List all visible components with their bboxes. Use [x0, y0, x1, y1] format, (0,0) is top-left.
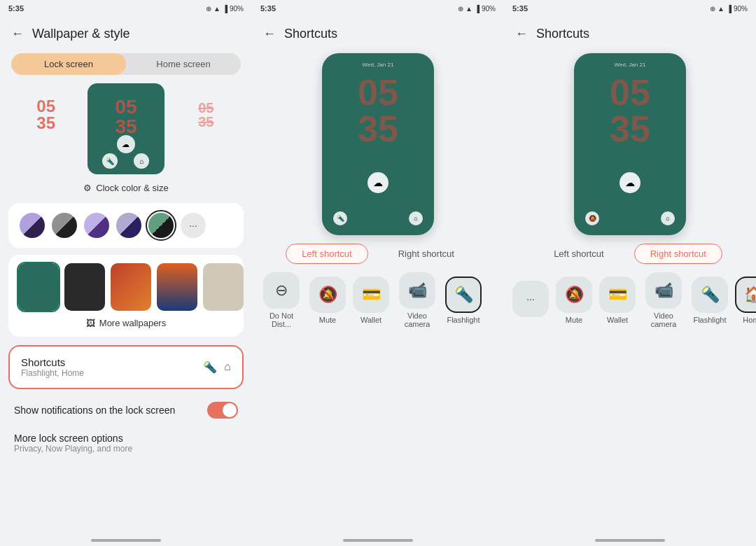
wallpaper-thumbs-card: 🖼 More wallpapers [8, 255, 244, 337]
sc-option-mute[interactable]: 🔕 Mute [309, 276, 346, 324]
flashlight-icon-3: 🔦 [692, 276, 728, 313]
battery-icon: ▐ [223, 5, 227, 13]
wp-flashlight-icon: 🔦 [102, 153, 118, 169]
panel-shortcuts-right: 5:35 ⊕ ▲ ▐ 90% ← Shortcuts Wed, Jan 21 0… [504, 0, 756, 546]
phone-fp-2: ☁ [368, 172, 388, 193]
sc-option-flashlight[interactable]: 🔦 Flashlight [445, 276, 482, 324]
flashlight-icon-shortcut: 🔦 [203, 360, 217, 374]
wallpaper-title: Wallpaper & style [32, 27, 130, 41]
wp-fingerprint-icon: ☁ [117, 135, 135, 153]
signal-icon-2: ▲ [465, 5, 472, 13]
video-label: Video camera [396, 312, 438, 328]
wallpaper-thumb-2[interactable] [64, 263, 105, 311]
more-lock-row[interactable]: More lock screen options Privacy, Now Pl… [0, 427, 252, 456]
tab-left-shortcut-3[interactable]: Left shortcut [538, 244, 620, 264]
back-button-2[interactable]: ← [263, 27, 276, 41]
shortcuts-title-2: Shortcuts [284, 27, 337, 41]
tab-right-shortcut-3[interactable]: Right shortcut [634, 244, 722, 264]
sc-option-video-3[interactable]: 📹 Video camera [643, 272, 685, 328]
pink-time-preview-right: 0535 [178, 83, 234, 146]
panel-wallpaper-style: 5:35 ⊕ ▲ ▐ 90% ← Wallpaper & style Lock … [0, 0, 252, 546]
wallpaper-thumbs-row [18, 263, 234, 311]
wallpaper-thumb-5[interactable] [203, 263, 244, 311]
phone-time-3: 0535 [574, 74, 686, 147]
tab-right-shortcut-2[interactable]: Right shortcut [382, 244, 470, 264]
wallpaper-header: ← Wallpaper & style [0, 17, 252, 50]
phone-left-shortcut-2: 🔦 [333, 211, 347, 225]
status-icons-1: ⊕ ▲ ▐ 90% [206, 5, 244, 13]
more-wallpapers-row[interactable]: 🖼 More wallpapers [18, 318, 234, 328]
bottom-bar-2 [252, 334, 504, 546]
sc-option-flashlight-3[interactable]: 🔦 Flashlight [692, 276, 728, 324]
color-option-3[interactable] [84, 213, 109, 238]
image-icon: 🖼 [86, 318, 95, 328]
wp-home-icon: ⌂ [134, 153, 149, 169]
sc-options-row-3: ··· 🔕 Mute 💳 Wallet 📹 Video camera 🔦 Fla… [504, 270, 756, 334]
more-colors-button[interactable]: ··· [181, 213, 206, 238]
main-wallpaper-preview[interactable]: 0535 ☁ 🔦 ⌂ [88, 83, 164, 174]
color-option-4[interactable] [116, 213, 141, 238]
color-option-1[interactable] [20, 213, 45, 238]
status-time-2: 5:35 [260, 4, 276, 13]
mute-icon-3: 🔕 [556, 276, 592, 313]
bottom-bar-1 [0, 456, 252, 546]
tab-left-shortcut-2[interactable]: Left shortcut [286, 244, 368, 264]
sc-option-ellipsis[interactable]: ··· [512, 281, 549, 320]
tab-home-screen[interactable]: Home screen [126, 53, 241, 75]
clock-color-label: Clock color & size [96, 183, 168, 193]
sc-option-home[interactable]: 🏠 Home [735, 276, 756, 324]
panel-shortcuts-left: 5:35 ⊕ ▲ ▐ 90% ← Shortcuts Wed, Jan 21 0… [252, 0, 504, 546]
wallpaper-thumb-3[interactable] [111, 263, 151, 311]
status-icons-2: ⊕ ▲ ▐ 90% [458, 5, 496, 13]
wifi-icon: ⊕ [206, 5, 211, 13]
wallpaper-thumb-4[interactable] [157, 263, 197, 311]
phone-preview-3: Wed, Jan 21 0535 ☁ 🔕 ⌂ [574, 53, 686, 235]
phone-preview-wrap-2: Wed, Jan 21 0535 ☁ 🔦 ⌂ [252, 50, 504, 241]
shortcuts-card[interactable]: Shortcuts Flashlight, Home 🔦 ⌂ [8, 345, 244, 389]
sc-option-wallet[interactable]: 💳 Wallet [353, 276, 389, 324]
nav-indicator-3 [595, 539, 665, 542]
phone-fp-3: ☁ [620, 172, 640, 193]
phone-date-3: Wed, Jan 21 [615, 62, 646, 68]
notifications-toggle[interactable] [207, 402, 238, 419]
sc-option-mute-3[interactable]: 🔕 Mute [556, 276, 592, 324]
sc-option-donotdisturb[interactable]: ⊖ Do Not Dist... [260, 272, 302, 328]
ellipsis-icon: ··· [512, 281, 549, 317]
notifications-row: Show notifications on the lock screen [0, 393, 252, 427]
shortcut-tabs-3: Left shortcut Right shortcut [504, 244, 756, 264]
wallet-label: Wallet [360, 316, 382, 324]
shortcuts-header-3: ← Shortcuts [504, 17, 756, 50]
back-button-1[interactable]: ← [11, 27, 24, 41]
phone-preview-2: Wed, Jan 21 0535 ☁ 🔦 ⌂ [322, 53, 434, 235]
wallpaper-preview-row: 0535 0535 ☁ 🔦 ⌂ 0535 [0, 83, 252, 174]
sc-option-wallet-3[interactable]: 💳 Wallet [599, 276, 636, 324]
wallet-icon-3: 💳 [599, 276, 636, 313]
home-icon-shortcut: ⌂ [224, 360, 231, 374]
clock-color-row[interactable]: ⚙ Clock color & size [0, 183, 252, 193]
wallet-icon: 💳 [353, 276, 389, 313]
shortcuts-card-icons: 🔦 ⌂ [203, 360, 231, 374]
flashlight-icon-option: 🔦 [445, 276, 482, 313]
sc-options-row-2: ⊖ Do Not Dist... 🔕 Mute 💳 Wallet 📹 Video… [252, 270, 504, 334]
shortcuts-title-3: Shortcuts [536, 27, 589, 41]
sc-option-video[interactable]: 📹 Video camera [396, 272, 438, 328]
more-wallpapers-label: More wallpapers [99, 318, 166, 328]
wifi-icon-3: ⊕ [710, 5, 715, 13]
wallpaper-thumb-1[interactable] [18, 263, 59, 311]
status-bar-2: 5:35 ⊕ ▲ ▐ 90% [252, 0, 504, 17]
shortcuts-card-subtitle: Flashlight, Home [21, 368, 84, 378]
nav-indicator-2 [343, 539, 413, 542]
more-lock-title: More lock screen options [14, 433, 238, 444]
tab-lock-screen[interactable]: Lock screen [11, 53, 126, 75]
wp-bottom-icons: 🔦 ⌂ [88, 153, 164, 169]
color-option-2[interactable] [52, 213, 77, 238]
wallet-label-3: Wallet [607, 316, 628, 324]
battery-pct-1: 90% [230, 5, 244, 13]
phone-time-2: 0535 [322, 74, 434, 147]
color-option-5[interactable] [148, 213, 174, 238]
home-icon-option: 🏠 [735, 276, 756, 313]
status-bar-3: 5:35 ⊕ ▲ ▐ 90% [504, 0, 756, 17]
back-button-3[interactable]: ← [515, 27, 528, 41]
pink-time-text-right: 0535 [198, 101, 214, 129]
bottom-bar-3 [504, 334, 756, 546]
